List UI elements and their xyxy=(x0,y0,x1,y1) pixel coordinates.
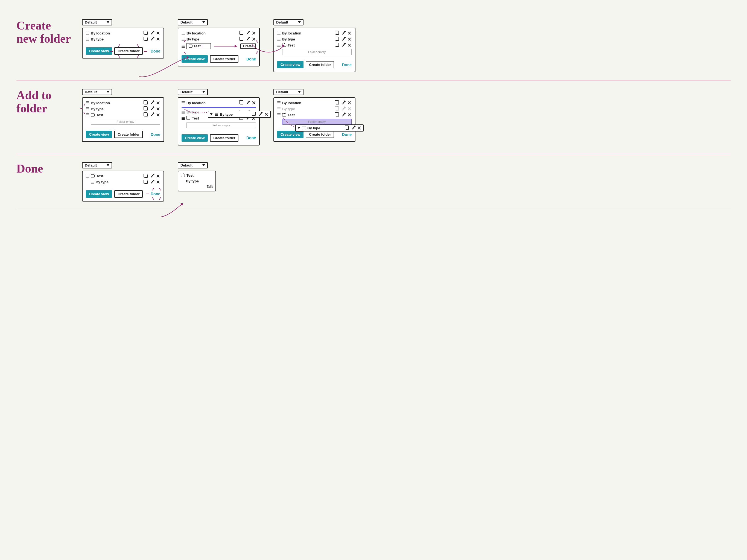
drag-handle-icon[interactable] xyxy=(86,175,89,177)
pencil-icon[interactable] xyxy=(246,101,250,105)
view-item[interactable]: By type xyxy=(86,180,160,184)
close-icon[interactable] xyxy=(347,101,352,105)
done-link[interactable]: Done xyxy=(151,192,160,196)
view-dropdown[interactable]: Default xyxy=(82,162,112,169)
pencil-icon[interactable] xyxy=(341,37,345,41)
view-item[interactable]: By location xyxy=(277,101,352,105)
copy-icon[interactable] xyxy=(144,37,148,41)
close-icon[interactable] xyxy=(347,31,352,35)
drag-handle-icon[interactable] xyxy=(182,38,185,41)
edit-link[interactable]: Edit xyxy=(206,185,213,189)
view-dropdown[interactable]: Default xyxy=(274,89,304,95)
create-folder-button[interactable]: Create folder xyxy=(114,47,143,55)
copy-icon[interactable] xyxy=(144,31,148,35)
drag-handle-icon[interactable] xyxy=(86,32,89,34)
pencil-icon[interactable] xyxy=(341,31,345,35)
pencil-icon[interactable] xyxy=(341,113,345,117)
view-item[interactable]: By location xyxy=(277,31,352,35)
drag-handle-icon[interactable] xyxy=(277,32,281,34)
copy-icon[interactable] xyxy=(144,174,148,178)
close-icon[interactable] xyxy=(156,101,160,105)
folder-item[interactable]: Test xyxy=(277,113,352,117)
folder-item[interactable]: Test xyxy=(277,43,352,47)
create-view-button[interactable]: Create view xyxy=(277,61,304,68)
create-folder-button[interactable]: Create folder xyxy=(114,131,143,138)
view-item[interactable]: By type xyxy=(86,107,160,111)
view-dropdown[interactable]: Default xyxy=(178,162,208,169)
view-item[interactable]: By location xyxy=(86,31,160,35)
dragging-item[interactable]: By type xyxy=(208,111,271,118)
close-icon[interactable] xyxy=(347,113,352,117)
drag-handle-icon[interactable] xyxy=(277,44,281,47)
copy-icon[interactable] xyxy=(239,37,244,41)
close-icon[interactable] xyxy=(156,113,160,117)
done-link[interactable]: Done xyxy=(247,136,256,140)
create-view-button[interactable]: Create view xyxy=(86,47,112,55)
copy-icon[interactable] xyxy=(335,31,340,35)
pencil-icon[interactable] xyxy=(150,101,154,105)
drag-handle-icon[interactable] xyxy=(182,32,185,34)
view-item[interactable]: By type xyxy=(181,179,213,183)
pencil-icon[interactable] xyxy=(246,37,250,41)
pencil-icon[interactable] xyxy=(150,174,154,178)
view-dropdown[interactable]: Default xyxy=(178,19,208,25)
copy-icon[interactable] xyxy=(335,43,340,47)
drag-handle-icon[interactable] xyxy=(277,113,281,116)
drag-handle-icon[interactable] xyxy=(182,117,185,120)
view-dropdown[interactable]: Default xyxy=(82,19,112,25)
view-item[interactable]: By location xyxy=(86,101,160,105)
close-icon[interactable] xyxy=(347,37,352,41)
drag-handle-icon[interactable] xyxy=(277,38,281,41)
done-link[interactable]: Done xyxy=(151,132,160,137)
done-link[interactable]: Done xyxy=(151,49,160,53)
pencil-icon[interactable] xyxy=(150,180,154,184)
copy-icon[interactable] xyxy=(335,37,340,41)
copy-icon[interactable] xyxy=(335,101,340,105)
copy-icon[interactable] xyxy=(239,101,244,105)
copy-icon[interactable] xyxy=(144,101,148,105)
copy-icon[interactable] xyxy=(144,113,148,117)
create-folder-button[interactable]: Create folder xyxy=(210,134,238,142)
drag-handle-icon[interactable] xyxy=(86,38,89,41)
close-icon[interactable] xyxy=(252,31,256,35)
create-folder-button[interactable]: Create folder xyxy=(306,61,334,68)
drag-handle-icon[interactable] xyxy=(86,113,89,116)
pencil-icon[interactable] xyxy=(150,31,154,35)
drag-handle-icon[interactable] xyxy=(277,101,281,104)
view-dropdown[interactable]: Default xyxy=(274,19,304,25)
pencil-icon[interactable] xyxy=(150,37,154,41)
create-view-button[interactable]: Create view xyxy=(86,131,112,138)
create-folder-button[interactable]: Create folder xyxy=(114,190,143,198)
folder-drop-target[interactable]: Folder empty xyxy=(282,119,352,125)
drag-handle-icon[interactable] xyxy=(182,101,185,104)
close-icon[interactable] xyxy=(156,180,160,184)
create-view-button[interactable]: Create view xyxy=(182,134,208,142)
copy-icon[interactable] xyxy=(144,180,148,184)
view-dropdown[interactable]: Default xyxy=(82,89,112,95)
folder-item[interactable]: Test xyxy=(181,173,213,177)
dragging-item[interactable]: By type xyxy=(295,124,364,131)
close-icon[interactable] xyxy=(347,43,352,47)
close-icon[interactable] xyxy=(252,37,256,41)
done-link[interactable]: Done xyxy=(342,132,352,137)
create-view-button[interactable]: Create view xyxy=(182,55,208,62)
close-icon[interactable] xyxy=(156,174,160,178)
close-icon[interactable] xyxy=(156,31,160,35)
pencil-icon[interactable] xyxy=(246,31,250,35)
create-folder-button[interactable]: Create folder xyxy=(210,55,238,62)
view-item[interactable]: By location xyxy=(182,101,256,105)
create-view-button[interactable]: Create view xyxy=(86,190,112,198)
copy-icon[interactable] xyxy=(144,107,148,111)
folder-item[interactable]: Test xyxy=(86,113,160,117)
close-icon[interactable] xyxy=(156,107,160,111)
done-link[interactable]: Done xyxy=(342,62,352,67)
view-item[interactable]: By location xyxy=(182,31,256,35)
folder-item[interactable]: Test xyxy=(86,174,160,178)
drag-handle-icon[interactable] xyxy=(86,101,89,104)
create-view-button[interactable]: Create view xyxy=(277,131,304,138)
pencil-icon[interactable] xyxy=(150,107,154,111)
done-link[interactable]: Done xyxy=(247,57,256,61)
view-item[interactable]: By type xyxy=(277,37,352,41)
pencil-icon[interactable] xyxy=(341,43,345,47)
view-item[interactable]: By type xyxy=(86,37,160,41)
